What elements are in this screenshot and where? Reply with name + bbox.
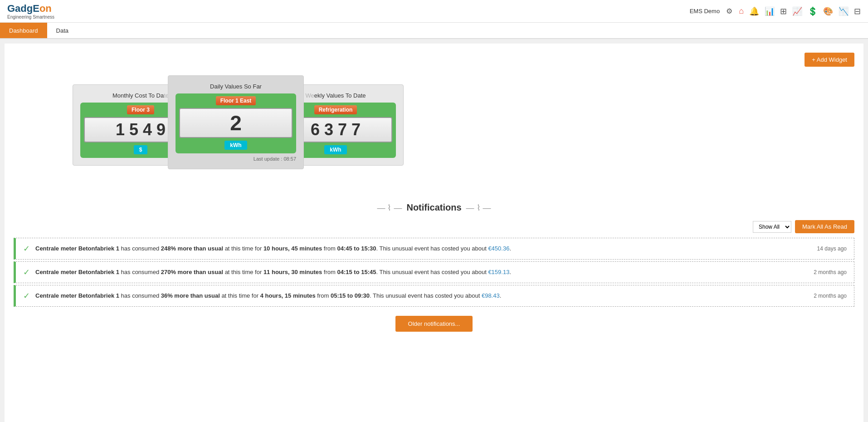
notification-row: ✓ Centrale meter Betonfabriek 1 has cons… — [14, 285, 854, 307]
home-icon[interactable]: ⌂ — [739, 6, 744, 16]
tab-dashboard[interactable]: Dashboard — [0, 23, 47, 38]
dollar-icon[interactable]: 💲 — [808, 6, 818, 16]
last-update: Last update : 08:57 — [176, 156, 296, 162]
area-chart-icon[interactable]: 📉 — [839, 6, 848, 16]
navbar: Dashboard Data — [0, 23, 868, 39]
tab-data[interactable]: Data — [47, 23, 78, 38]
notification-time-2: 2 months ago — [814, 269, 847, 275]
digit: 4 — [141, 122, 154, 138]
notification-text-1: Centrale meter Betonfabriek 1 has consum… — [35, 245, 810, 253]
notification-text-2: Centrale meter Betonfabriek 1 has consum… — [35, 268, 806, 276]
nav-icons: ⌂ 🔔 📊 ⊞ 📈 💲 🎨 📉 ⊟ — [739, 6, 861, 16]
digit: 7 — [349, 122, 363, 138]
gear-icon[interactable]: ⚙ — [726, 7, 732, 15]
widget-label-left: Floor 3 — [127, 105, 154, 114]
notification-time-1: 14 days ago — [817, 245, 847, 252]
check-icon: ✓ — [23, 244, 30, 254]
notification-row: ✓ Centrale meter Betonfabriek 1 has cons… — [14, 261, 854, 283]
digit: 1 — [113, 122, 127, 138]
palette-icon[interactable]: 🎨 — [823, 6, 833, 16]
logo-sub: Engineering Smartness — [7, 15, 54, 20]
widget-title-center: Daily Values So Far — [176, 83, 296, 90]
widget-label-center: Floor 1 East — [216, 96, 256, 105]
notification-text-3: Centrale meter Betonfabriek 1 has consum… — [35, 292, 806, 300]
logo: GadgEon Engineering Smartness — [7, 3, 54, 20]
older-notifications-button[interactable]: Older notifications... — [395, 316, 473, 332]
digit: 2 — [224, 113, 247, 133]
logo-text: GadgEon — [7, 3, 54, 15]
wave-right: — ⌇ — — [466, 203, 491, 213]
notifications-toolbar: Show All Mark All As Read — [14, 220, 854, 233]
header-right: EMS Demo ⚙ ⌂ 🔔 📊 ⊞ 📈 💲 🎨 📉 ⊟ — [690, 6, 861, 16]
notifications-header: — ⌇ — Notifications — ⌇ — — [14, 202, 854, 213]
unit-right: kWh — [324, 145, 346, 154]
notifications-section: — ⌇ — Notifications — ⌇ — Show All Mark … — [14, 202, 854, 332]
mark-all-button[interactable]: Mark All As Read — [795, 220, 854, 233]
digit: 7 — [336, 122, 349, 138]
widgets-area: Monthly Cost To Date Floor 3 1 5 4 9 $ D… — [14, 75, 854, 175]
main-content: + Add Widget Monthly Cost To Date Floor … — [5, 44, 863, 422]
logo-eon: on — [39, 3, 52, 14]
line-chart-icon[interactable]: 📈 — [792, 6, 802, 16]
user-info: EMS Demo — [690, 8, 720, 15]
odometer-center: Floor 1 East 2 kWh — [176, 93, 296, 153]
wave-left: — ⌇ — — [377, 203, 402, 213]
add-widget-button[interactable]: + Add Widget — [805, 53, 854, 67]
check-icon: ✓ — [23, 267, 30, 277]
notifications-title: Notifications — [406, 202, 461, 213]
bell-icon[interactable]: 🔔 — [749, 6, 759, 16]
check-icon: ✓ — [23, 291, 30, 301]
digit: 9 — [154, 122, 168, 138]
notification-row: ✓ Centrale meter Betonfabriek 1 has cons… — [14, 238, 854, 260]
show-all-select[interactable]: Show All — [753, 221, 791, 233]
digit: 6 — [308, 122, 322, 138]
grid-icon[interactable]: ⊞ — [780, 6, 787, 16]
unit-center: kWh — [224, 141, 247, 150]
digits-center: 2 — [179, 108, 293, 138]
unit-left: $ — [134, 145, 148, 154]
widget-daily-values: Daily Values So Far Floor 1 East 2 kWh L… — [168, 75, 304, 169]
notification-time-3: 2 months ago — [814, 293, 847, 299]
tiles-icon[interactable]: ⊟ — [854, 6, 861, 16]
digit: 3 — [322, 122, 336, 138]
header: GadgEon Engineering Smartness EMS Demo ⚙… — [0, 0, 868, 23]
logo-gadg: GadgE — [7, 3, 39, 14]
digit: 5 — [127, 122, 141, 138]
bar-chart-icon[interactable]: 📊 — [765, 6, 775, 16]
widget-label-right: Refrigeration — [314, 105, 357, 114]
